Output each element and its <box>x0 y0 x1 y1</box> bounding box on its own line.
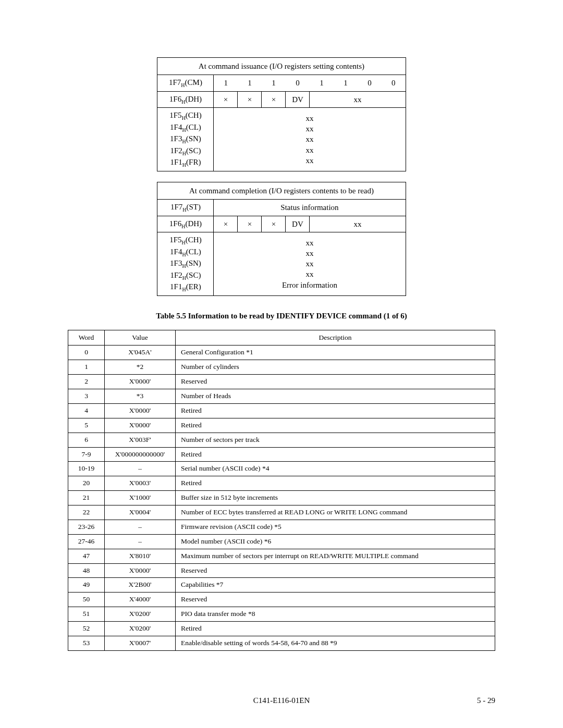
table-caption: Table 5.5 Information to be read by IDEN… <box>68 312 495 320</box>
doc-id: C141-E116-01EN <box>68 696 495 705</box>
identify-device-table: Word Value Description 0X'045A'General C… <box>68 330 495 651</box>
table-row: 10-19–Serial number (ASCII code) *4 <box>68 462 495 476</box>
t1-cm-label: 1F7H(CM) <box>157 75 214 92</box>
table-row: 4X'0000'Retired <box>68 403 495 418</box>
page-footer: C141-E116-01EN 5 - 29 <box>68 696 495 705</box>
table-row: 49X'2B00'Capabilities *7 <box>68 578 495 593</box>
col-word: Word <box>68 330 105 346</box>
table-row: 20X'0003'Retired <box>68 476 495 491</box>
table-row: 1*2Number of cylinders <box>68 360 495 375</box>
table-row: 3*3Number of Heads <box>68 389 495 404</box>
table-row: 6X'003F'Number of sectors per track <box>68 433 495 447</box>
t1-block-vals: xx xx xx xx xx <box>214 108 406 171</box>
register-table-issuance: At command issuance (I/O registers setti… <box>157 57 406 171</box>
t2-st-label: 1F7H(ST) <box>157 200 214 216</box>
table-row: 51X'0200'PIO data transfer mode *8 <box>68 607 495 622</box>
table-row: 50X'4000'Reserved <box>68 593 495 607</box>
t2-block-labels: 1F5H(CH) 1F4H(CL) 1F3H(SN) 1F2H(SC) 1F1H… <box>157 232 214 296</box>
t1-dh-label: 1F6H(DH) <box>157 91 214 108</box>
page-number: 5 - 29 <box>477 696 495 705</box>
col-value: Value <box>105 330 176 346</box>
t1-header: At command issuance (I/O registers setti… <box>157 58 406 75</box>
t2-status-info: Status information <box>214 200 406 216</box>
t2-header: At command completion (I/O registers con… <box>157 182 406 199</box>
register-table-completion: At command completion (I/O registers con… <box>157 182 406 296</box>
table-row: 21X'1000'Buffer size in 512 byte increme… <box>68 491 495 505</box>
table-row: 7-9X'000000000000'Retired <box>68 447 495 462</box>
t2-dh-label: 1F6H(DH) <box>157 216 214 232</box>
table-row: 22X'0004'Number of ECC bytes transferred… <box>68 505 495 520</box>
t2-block-vals: xx xx xx xx Error information <box>214 232 406 296</box>
table-row: 47X'8010'Maximum number of sectors per i… <box>68 549 495 563</box>
table-row: 53X'0007'Enable/disable setting of words… <box>68 636 495 650</box>
col-description: Description <box>176 330 495 346</box>
table-row: 5X'0000'Retired <box>68 418 495 433</box>
page: At command issuance (I/O registers setti… <box>0 0 563 728</box>
table-row: 0X'045A'General Configuration *1 <box>68 346 495 360</box>
table-row: 27-46–Model number (ASCII code) *6 <box>68 534 495 549</box>
table-row: 52X'0200'Retired <box>68 622 495 636</box>
table-row: 48X'0000'Reserved <box>68 563 495 578</box>
table-row: 23-26–Firmware revision (ASCII code) *5 <box>68 520 495 534</box>
table-row: 2X'0000'Reserved <box>68 375 495 389</box>
t1-block-labels: 1F5H(CH) 1F4H(CL) 1F3H(SN) 1F2H(SC) 1F1H… <box>157 108 214 171</box>
